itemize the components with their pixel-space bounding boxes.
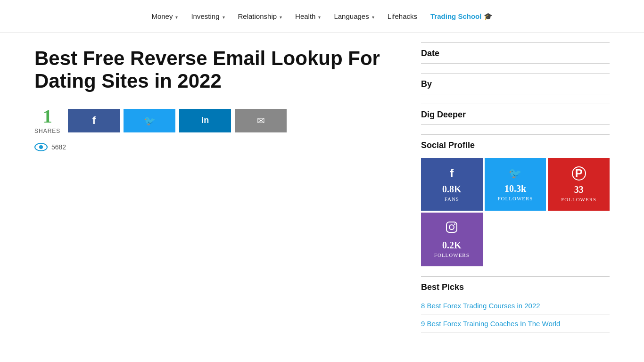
nav-item-languages[interactable]: Languages ▾ [334,12,374,21]
languages-dropdown-arrow: ▾ [372,15,374,20]
sidebar-date-divider [421,63,610,64]
relationship-dropdown-arrow: ▾ [280,15,282,20]
nav-item-lifehacks[interactable]: Lifehacks [388,12,417,21]
nav-item-trading-school[interactable]: Trading School 🎓 [430,12,493,21]
sidebar-social-profile-label: Social Profile [421,134,610,155]
sidebar-date-section: Date [421,42,610,64]
twitter-card-count: 10.3k [504,183,526,194]
instagram-card-sub: FOLLOWERS [434,252,470,258]
social-cards-row1: f 0.8K FANS 🐦 10.3k FOLLOWERS P 33 FOLLO… [421,158,610,211]
nav-item-investing[interactable]: Investing ▾ [191,12,224,21]
social-cards-row2: 0.2K FOLLOWERS [421,213,610,266]
facebook-icon: f [92,115,96,127]
svg-point-1 [39,145,43,149]
twitter-card-sub: FOLLOWERS [497,196,533,201]
twitter-share-button[interactable]: 🐦 [124,109,175,132]
facebook-card-count: 0.8K [442,184,462,195]
eye-icon [34,143,48,151]
sidebar-best-picks-label: Best Picks [421,276,610,297]
sidebar-by-section: By [421,73,610,94]
sidebar-date-label: Date [421,42,610,63]
instagram-card-icon [446,221,458,236]
pinterest-card-sub: FOLLOWERS [561,197,596,202]
views-row: 5682 [34,143,393,151]
pinterest-card-icon: P [572,166,586,181]
twitter-icon: 🐦 [144,115,156,126]
social-card-twitter[interactable]: 🐦 10.3k FOLLOWERS [485,158,546,211]
shares-label: SHARES [34,128,60,134]
sidebar: Date By Dig Deeper Social Profile f 0.8K… [421,33,610,342]
sidebar-dig-deeper-divider [421,124,610,125]
email-icon: ✉ [257,115,265,126]
social-card-pinterest[interactable]: P 33 FOLLOWERS [548,158,610,211]
facebook-card-sub: FANS [445,196,459,202]
instagram-card-count: 0.2K [442,240,462,251]
sidebar-best-picks-section: Best Picks 8 Best Forex Trading Courses … [421,276,610,333]
nav-item-money[interactable]: Money ▾ [151,12,178,21]
linkedin-icon: in [201,115,209,125]
sidebar-social-profile-section: Social Profile f 0.8K FANS 🐦 10.3k FOLLO… [421,134,610,266]
nav-item-relationship[interactable]: Relationship ▾ [238,12,282,21]
investing-dropdown-arrow: ▾ [223,15,225,20]
money-dropdown-arrow: ▾ [175,15,178,20]
health-dropdown-arrow: ▾ [318,15,321,20]
facebook-card-icon: f [450,167,454,180]
share-number: 1 [43,107,52,126]
social-share-buttons: f 🐦 in ✉ [68,109,287,132]
social-card-instagram[interactable]: 0.2K FOLLOWERS [421,213,483,266]
social-card-facebook[interactable]: f 0.8K FANS [421,158,483,211]
main-content: Best Free Reverse Email Lookup For Datin… [34,33,393,342]
svg-rect-2 [446,222,457,232]
email-share-button[interactable]: ✉ [235,109,287,132]
pinterest-card-count: 33 [574,184,584,195]
svg-point-3 [449,225,454,230]
nav-item-health[interactable]: Health ▾ [295,12,321,21]
sidebar-by-divider [421,94,610,94]
shares-section: 1 SHARES f 🐦 in ✉ [34,107,393,134]
views-count: 5682 [51,143,66,151]
main-nav: Money ▾ Investing ▾ Relationship ▾ Healt… [0,0,644,33]
article-title: Best Free Reverse Email Lookup For Datin… [34,47,393,93]
best-picks-link-2[interactable]: 9 Best Forex Training Coaches In The Wor… [421,315,610,333]
sidebar-dig-deeper-section: Dig Deeper [421,104,610,125]
sidebar-by-label: By [421,73,610,94]
twitter-card-icon: 🐦 [509,167,521,180]
sidebar-dig-deeper-label: Dig Deeper [421,104,610,124]
svg-point-4 [454,223,455,225]
facebook-share-button[interactable]: f [68,109,120,132]
best-picks-link-1[interactable]: 8 Best Forex Trading Courses in 2022 [421,297,610,315]
share-count-block: 1 SHARES [34,107,60,134]
linkedin-share-button[interactable]: in [179,109,231,132]
